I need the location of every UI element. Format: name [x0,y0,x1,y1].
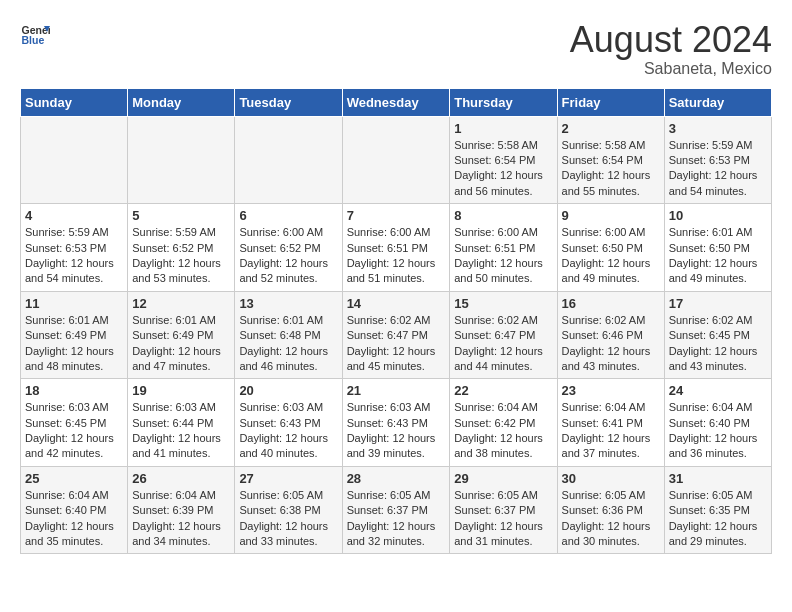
day-detail: Sunrise: 6:01 AMSunset: 6:50 PMDaylight:… [669,225,767,287]
day-detail: Sunrise: 6:00 AMSunset: 6:52 PMDaylight:… [239,225,337,287]
calendar-cell [342,116,450,204]
calendar-cell: 4Sunrise: 5:59 AMSunset: 6:53 PMDaylight… [21,204,128,292]
calendar-table: SundayMondayTuesdayWednesdayThursdayFrid… [20,88,772,555]
day-number: 8 [454,208,552,223]
day-detail: Sunrise: 5:58 AMSunset: 6:54 PMDaylight:… [454,138,552,200]
calendar-cell: 31Sunrise: 6:05 AMSunset: 6:35 PMDayligh… [664,466,771,554]
day-number: 16 [562,296,660,311]
day-detail: Sunrise: 6:01 AMSunset: 6:49 PMDaylight:… [25,313,123,375]
calendar-week-row: 25Sunrise: 6:04 AMSunset: 6:40 PMDayligh… [21,466,772,554]
day-detail: Sunrise: 5:59 AMSunset: 6:53 PMDaylight:… [25,225,123,287]
calendar-cell: 24Sunrise: 6:04 AMSunset: 6:40 PMDayligh… [664,379,771,467]
calendar-cell: 9Sunrise: 6:00 AMSunset: 6:50 PMDaylight… [557,204,664,292]
day-number: 10 [669,208,767,223]
calendar-cell: 11Sunrise: 6:01 AMSunset: 6:49 PMDayligh… [21,291,128,379]
day-detail: Sunrise: 6:05 AMSunset: 6:35 PMDaylight:… [669,488,767,550]
day-number: 26 [132,471,230,486]
day-number: 1 [454,121,552,136]
calendar-cell: 23Sunrise: 6:04 AMSunset: 6:41 PMDayligh… [557,379,664,467]
calendar-cell: 1Sunrise: 5:58 AMSunset: 6:54 PMDaylight… [450,116,557,204]
day-number: 18 [25,383,123,398]
calendar-cell: 16Sunrise: 6:02 AMSunset: 6:46 PMDayligh… [557,291,664,379]
calendar-header-row: SundayMondayTuesdayWednesdayThursdayFrid… [21,88,772,116]
day-detail: Sunrise: 5:58 AMSunset: 6:54 PMDaylight:… [562,138,660,200]
day-detail: Sunrise: 6:05 AMSunset: 6:38 PMDaylight:… [239,488,337,550]
day-detail: Sunrise: 6:02 AMSunset: 6:47 PMDaylight:… [347,313,446,375]
day-number: 13 [239,296,337,311]
calendar-cell: 8Sunrise: 6:00 AMSunset: 6:51 PMDaylight… [450,204,557,292]
day-detail: Sunrise: 6:05 AMSunset: 6:37 PMDaylight:… [347,488,446,550]
day-number: 9 [562,208,660,223]
calendar-week-row: 1Sunrise: 5:58 AMSunset: 6:54 PMDaylight… [21,116,772,204]
day-number: 15 [454,296,552,311]
day-detail: Sunrise: 6:04 AMSunset: 6:39 PMDaylight:… [132,488,230,550]
logo: General Blue [20,20,50,50]
calendar-cell: 20Sunrise: 6:03 AMSunset: 6:43 PMDayligh… [235,379,342,467]
day-number: 23 [562,383,660,398]
day-detail: Sunrise: 6:03 AMSunset: 6:43 PMDaylight:… [347,400,446,462]
calendar-subtitle: Sabaneta, Mexico [570,60,772,78]
day-detail: Sunrise: 6:00 AMSunset: 6:51 PMDaylight:… [347,225,446,287]
day-number: 6 [239,208,337,223]
day-number: 22 [454,383,552,398]
day-number: 14 [347,296,446,311]
calendar-cell: 7Sunrise: 6:00 AMSunset: 6:51 PMDaylight… [342,204,450,292]
day-number: 27 [239,471,337,486]
calendar-cell: 15Sunrise: 6:02 AMSunset: 6:47 PMDayligh… [450,291,557,379]
calendar-week-row: 11Sunrise: 6:01 AMSunset: 6:49 PMDayligh… [21,291,772,379]
logo-icon: General Blue [20,20,50,50]
day-detail: Sunrise: 6:01 AMSunset: 6:48 PMDaylight:… [239,313,337,375]
day-number: 3 [669,121,767,136]
calendar-cell: 2Sunrise: 5:58 AMSunset: 6:54 PMDaylight… [557,116,664,204]
day-detail: Sunrise: 6:03 AMSunset: 6:45 PMDaylight:… [25,400,123,462]
calendar-cell: 3Sunrise: 5:59 AMSunset: 6:53 PMDaylight… [664,116,771,204]
day-number: 11 [25,296,123,311]
day-number: 17 [669,296,767,311]
day-number: 31 [669,471,767,486]
calendar-cell: 18Sunrise: 6:03 AMSunset: 6:45 PMDayligh… [21,379,128,467]
calendar-header-saturday: Saturday [664,88,771,116]
calendar-cell: 21Sunrise: 6:03 AMSunset: 6:43 PMDayligh… [342,379,450,467]
calendar-week-row: 18Sunrise: 6:03 AMSunset: 6:45 PMDayligh… [21,379,772,467]
calendar-cell: 27Sunrise: 6:05 AMSunset: 6:38 PMDayligh… [235,466,342,554]
calendar-title: August 2024 [570,20,772,60]
calendar-cell: 22Sunrise: 6:04 AMSunset: 6:42 PMDayligh… [450,379,557,467]
page-header: General Blue August 2024 Sabaneta, Mexic… [20,20,772,78]
calendar-header-monday: Monday [128,88,235,116]
day-detail: Sunrise: 6:01 AMSunset: 6:49 PMDaylight:… [132,313,230,375]
day-number: 7 [347,208,446,223]
calendar-cell: 19Sunrise: 6:03 AMSunset: 6:44 PMDayligh… [128,379,235,467]
calendar-cell: 12Sunrise: 6:01 AMSunset: 6:49 PMDayligh… [128,291,235,379]
day-number: 28 [347,471,446,486]
day-number: 25 [25,471,123,486]
day-number: 21 [347,383,446,398]
day-detail: Sunrise: 6:04 AMSunset: 6:41 PMDaylight:… [562,400,660,462]
day-number: 19 [132,383,230,398]
calendar-cell: 17Sunrise: 6:02 AMSunset: 6:45 PMDayligh… [664,291,771,379]
calendar-cell: 5Sunrise: 5:59 AMSunset: 6:52 PMDaylight… [128,204,235,292]
calendar-header-friday: Friday [557,88,664,116]
calendar-header-tuesday: Tuesday [235,88,342,116]
day-detail: Sunrise: 6:02 AMSunset: 6:45 PMDaylight:… [669,313,767,375]
calendar-header-wednesday: Wednesday [342,88,450,116]
calendar-cell: 26Sunrise: 6:04 AMSunset: 6:39 PMDayligh… [128,466,235,554]
day-detail: Sunrise: 6:02 AMSunset: 6:47 PMDaylight:… [454,313,552,375]
day-detail: Sunrise: 6:03 AMSunset: 6:44 PMDaylight:… [132,400,230,462]
calendar-cell: 28Sunrise: 6:05 AMSunset: 6:37 PMDayligh… [342,466,450,554]
calendar-cell: 30Sunrise: 6:05 AMSunset: 6:36 PMDayligh… [557,466,664,554]
calendar-cell: 13Sunrise: 6:01 AMSunset: 6:48 PMDayligh… [235,291,342,379]
day-number: 20 [239,383,337,398]
day-number: 12 [132,296,230,311]
calendar-cell: 25Sunrise: 6:04 AMSunset: 6:40 PMDayligh… [21,466,128,554]
day-number: 29 [454,471,552,486]
day-detail: Sunrise: 6:00 AMSunset: 6:50 PMDaylight:… [562,225,660,287]
svg-text:Blue: Blue [22,34,45,46]
calendar-cell [128,116,235,204]
day-detail: Sunrise: 5:59 AMSunset: 6:53 PMDaylight:… [669,138,767,200]
calendar-header-sunday: Sunday [21,88,128,116]
day-detail: Sunrise: 6:02 AMSunset: 6:46 PMDaylight:… [562,313,660,375]
day-detail: Sunrise: 6:05 AMSunset: 6:37 PMDaylight:… [454,488,552,550]
day-detail: Sunrise: 6:04 AMSunset: 6:40 PMDaylight:… [25,488,123,550]
calendar-cell: 29Sunrise: 6:05 AMSunset: 6:37 PMDayligh… [450,466,557,554]
day-number: 4 [25,208,123,223]
